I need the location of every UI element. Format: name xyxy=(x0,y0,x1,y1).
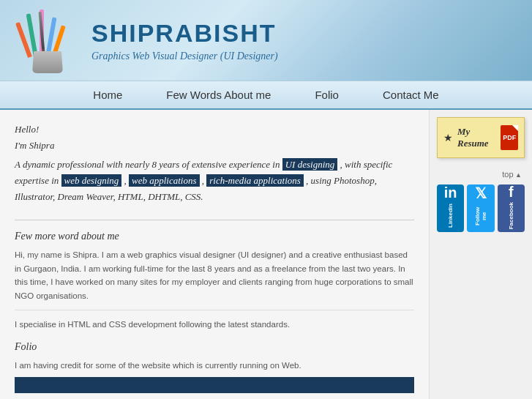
header: SHIPRABISHT Graphics Web Visual Designer… xyxy=(0,0,532,81)
desc-prefix: A dynamic professional with nearly 8 yea… xyxy=(15,159,280,170)
nav-home[interactable]: Home xyxy=(71,81,144,108)
resume-box[interactable]: My Resume PDF xyxy=(437,117,525,158)
nav-contact[interactable]: Contact Me xyxy=(361,81,461,108)
sidebar: My Resume PDF top in Linkedin 𝕏 Follow m… xyxy=(430,110,532,399)
main-content: Hello! I'm Shipra A dynamic professional… xyxy=(0,110,532,399)
content-area: Hello! I'm Shipra A dynamic professional… xyxy=(0,110,430,399)
linkedin-label: Linkedin xyxy=(447,203,454,229)
pencils-graphic xyxy=(22,11,73,73)
hello-text: Hello! xyxy=(15,122,414,138)
resume-label: My Resume xyxy=(457,126,496,149)
twitter-button[interactable]: 𝕏 Follow me xyxy=(467,184,494,232)
folio-heading: Folio xyxy=(15,341,414,353)
pdf-label: PDF xyxy=(503,134,516,141)
twitter-label: Follow me xyxy=(474,204,487,229)
folio-bar xyxy=(15,377,414,393)
divider-1 xyxy=(15,220,414,220)
facebook-icon: f xyxy=(509,184,514,201)
navigation: Home Few Words About me Folio Contact Me xyxy=(0,81,532,110)
cup xyxy=(32,51,63,73)
facebook-label: Facebook xyxy=(508,202,514,229)
twitter-icon: 𝕏 xyxy=(475,184,487,202)
about-section: Few more word about me Hi, my name is Sh… xyxy=(15,231,414,331)
site-subtitle: Graphics Web Visual Designer (UI Designe… xyxy=(91,51,517,62)
highlight-ui-designing: UI designing xyxy=(282,158,338,171)
about-heading: Few more word about me xyxy=(15,231,414,242)
header-text: SHIPRABISHT Graphics Web Visual Designer… xyxy=(91,19,517,62)
folio-section: Folio I am having credit for some of the… xyxy=(15,341,414,392)
site-title: SHIPRABISHT xyxy=(91,19,517,48)
linkedin-button[interactable]: in Linkedin xyxy=(437,184,464,232)
logo-container xyxy=(15,7,80,73)
highlight-web-designing: web designing xyxy=(61,174,122,187)
top-link[interactable]: top xyxy=(437,170,525,179)
description-text: A dynamic professional with nearly 8 yea… xyxy=(15,157,414,205)
nav-about[interactable]: Few Words About me xyxy=(144,81,293,108)
intro-block: Hello! I'm Shipra A dynamic professional… xyxy=(15,122,414,205)
highlight-web-applications: web applications xyxy=(129,174,199,187)
social-icons: in Linkedin 𝕏 Follow me f Facebook xyxy=(437,184,525,232)
highlight-rich-media: rich-media applications xyxy=(206,174,304,187)
name-text: I'm Shipra xyxy=(15,138,414,154)
linkedin-icon: in xyxy=(444,184,457,201)
folio-body: I am having credit for some of the websi… xyxy=(15,359,414,372)
specialise-text: I specialise in HTML and CSS development… xyxy=(15,310,414,331)
facebook-button[interactable]: f Facebook xyxy=(498,184,525,232)
about-body: Hi, my name is Shipra. I am a web graphi… xyxy=(15,248,414,302)
nav-folio[interactable]: Folio xyxy=(293,81,361,108)
pdf-icon: PDF xyxy=(501,125,518,150)
